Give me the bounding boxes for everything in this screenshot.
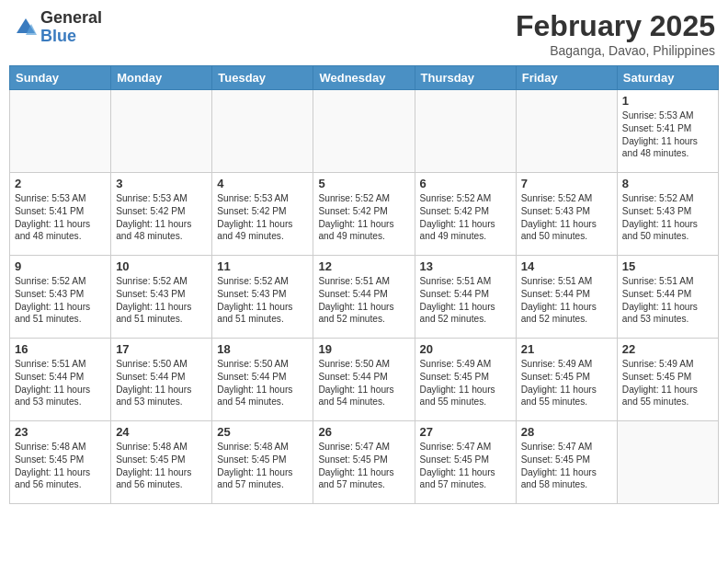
day-info: Sunrise: 5:51 AM Sunset: 5:44 PM Dayligh… — [318, 275, 409, 326]
calendar-cell — [10, 90, 111, 173]
weekday-header-sunday: Sunday — [10, 66, 111, 90]
day-number: 9 — [15, 259, 106, 273]
calendar-cell — [212, 90, 313, 173]
title-section: February 2025 Baganga, Davao, Philippine… — [516, 9, 715, 58]
day-number: 15 — [622, 259, 713, 273]
week-row-1: 1Sunrise: 5:53 AM Sunset: 5:41 PM Daylig… — [10, 90, 719, 173]
day-info: Sunrise: 5:53 AM Sunset: 5:41 PM Dayligh… — [15, 192, 106, 243]
calendar-cell: 2Sunrise: 5:53 AM Sunset: 5:41 PM Daylig… — [10, 173, 111, 256]
calendar-table: SundayMondayTuesdayWednesdayThursdayFrid… — [9, 65, 719, 504]
calendar-cell: 15Sunrise: 5:51 AM Sunset: 5:44 PM Dayli… — [617, 256, 718, 339]
calendar-cell: 8Sunrise: 5:52 AM Sunset: 5:43 PM Daylig… — [617, 173, 718, 256]
calendar-cell: 4Sunrise: 5:53 AM Sunset: 5:42 PM Daylig… — [212, 173, 313, 256]
day-info: Sunrise: 5:52 AM Sunset: 5:43 PM Dayligh… — [622, 192, 713, 243]
calendar-cell — [415, 90, 516, 173]
day-number: 20 — [420, 342, 511, 356]
day-number: 5 — [318, 177, 409, 190]
calendar-cell: 7Sunrise: 5:52 AM Sunset: 5:43 PM Daylig… — [516, 173, 617, 256]
day-number: 11 — [217, 259, 308, 273]
weekday-header-wednesday: Wednesday — [313, 66, 415, 90]
calendar-cell: 26Sunrise: 5:47 AM Sunset: 5:45 PM Dayli… — [313, 421, 415, 504]
calendar-cell: 6Sunrise: 5:52 AM Sunset: 5:42 PM Daylig… — [415, 173, 516, 256]
day-info: Sunrise: 5:52 AM Sunset: 5:43 PM Dayligh… — [116, 275, 207, 326]
day-info: Sunrise: 5:52 AM Sunset: 5:42 PM Dayligh… — [318, 192, 409, 243]
day-info: Sunrise: 5:48 AM Sunset: 5:45 PM Dayligh… — [217, 441, 308, 491]
day-info: Sunrise: 5:49 AM Sunset: 5:45 PM Dayligh… — [420, 358, 511, 408]
weekday-header-row: SundayMondayTuesdayWednesdayThursdayFrid… — [10, 66, 719, 90]
day-number: 10 — [116, 259, 207, 273]
day-number: 28 — [521, 425, 612, 439]
day-number: 13 — [420, 259, 511, 273]
calendar-cell — [617, 421, 718, 504]
logo: General Blue — [13, 9, 102, 46]
day-info: Sunrise: 5:51 AM Sunset: 5:44 PM Dayligh… — [15, 358, 106, 408]
calendar-cell: 24Sunrise: 5:48 AM Sunset: 5:45 PM Dayli… — [111, 421, 212, 504]
day-info: Sunrise: 5:51 AM Sunset: 5:44 PM Dayligh… — [521, 275, 612, 326]
calendar-cell: 18Sunrise: 5:50 AM Sunset: 5:44 PM Dayli… — [212, 339, 313, 421]
month-year: February 2025 — [516, 9, 715, 43]
day-number: 16 — [15, 342, 106, 356]
day-info: Sunrise: 5:50 AM Sunset: 5:44 PM Dayligh… — [116, 358, 207, 408]
day-number: 7 — [521, 177, 612, 190]
calendar-cell: 12Sunrise: 5:51 AM Sunset: 5:44 PM Dayli… — [313, 256, 415, 339]
day-info: Sunrise: 5:47 AM Sunset: 5:45 PM Dayligh… — [318, 441, 409, 491]
calendar-cell: 5Sunrise: 5:52 AM Sunset: 5:42 PM Daylig… — [313, 173, 415, 256]
calendar-cell: 22Sunrise: 5:49 AM Sunset: 5:45 PM Dayli… — [617, 339, 718, 421]
week-row-3: 9Sunrise: 5:52 AM Sunset: 5:43 PM Daylig… — [10, 256, 719, 339]
day-number: 4 — [217, 177, 308, 190]
day-number: 19 — [318, 342, 409, 356]
calendar-cell: 16Sunrise: 5:51 AM Sunset: 5:44 PM Dayli… — [10, 339, 111, 421]
calendar-cell: 21Sunrise: 5:49 AM Sunset: 5:45 PM Dayli… — [516, 339, 617, 421]
day-info: Sunrise: 5:48 AM Sunset: 5:45 PM Dayligh… — [116, 441, 207, 491]
day-number: 27 — [420, 425, 511, 439]
day-info: Sunrise: 5:50 AM Sunset: 5:44 PM Dayligh… — [217, 358, 308, 408]
calendar-cell: 28Sunrise: 5:47 AM Sunset: 5:45 PM Dayli… — [516, 421, 617, 504]
day-number: 25 — [217, 425, 308, 439]
day-info: Sunrise: 5:47 AM Sunset: 5:45 PM Dayligh… — [521, 441, 612, 491]
week-row-2: 2Sunrise: 5:53 AM Sunset: 5:41 PM Daylig… — [10, 173, 719, 256]
logo-icon — [13, 15, 39, 40]
day-info: Sunrise: 5:49 AM Sunset: 5:45 PM Dayligh… — [521, 358, 612, 408]
day-number: 26 — [318, 425, 409, 439]
day-info: Sunrise: 5:48 AM Sunset: 5:45 PM Dayligh… — [15, 441, 106, 491]
day-info: Sunrise: 5:50 AM Sunset: 5:44 PM Dayligh… — [318, 358, 409, 408]
weekday-header-friday: Friday — [516, 66, 617, 90]
day-info: Sunrise: 5:47 AM Sunset: 5:45 PM Dayligh… — [420, 441, 511, 491]
week-row-4: 16Sunrise: 5:51 AM Sunset: 5:44 PM Dayli… — [10, 339, 719, 421]
logo-blue: Blue — [40, 27, 76, 45]
calendar-cell: 17Sunrise: 5:50 AM Sunset: 5:44 PM Dayli… — [111, 339, 212, 421]
day-info: Sunrise: 5:52 AM Sunset: 5:42 PM Dayligh… — [420, 192, 511, 243]
day-info: Sunrise: 5:53 AM Sunset: 5:42 PM Dayligh… — [217, 192, 308, 243]
calendar-cell: 1Sunrise: 5:53 AM Sunset: 5:41 PM Daylig… — [617, 90, 718, 173]
page-header: General Blue February 2025 Baganga, Dava… — [9, 9, 719, 58]
calendar-cell — [516, 90, 617, 173]
day-info: Sunrise: 5:52 AM Sunset: 5:43 PM Dayligh… — [217, 275, 308, 326]
logo-general: General — [40, 8, 102, 27]
location: Baganga, Davao, Philippines — [516, 43, 715, 58]
calendar-cell: 23Sunrise: 5:48 AM Sunset: 5:45 PM Dayli… — [10, 421, 111, 504]
calendar-cell: 13Sunrise: 5:51 AM Sunset: 5:44 PM Dayli… — [415, 256, 516, 339]
weekday-header-saturday: Saturday — [617, 66, 718, 90]
day-number: 6 — [420, 177, 511, 190]
week-row-5: 23Sunrise: 5:48 AM Sunset: 5:45 PM Dayli… — [10, 421, 719, 504]
day-info: Sunrise: 5:51 AM Sunset: 5:44 PM Dayligh… — [420, 275, 511, 326]
day-number: 8 — [622, 177, 713, 190]
day-info: Sunrise: 5:53 AM Sunset: 5:42 PM Dayligh… — [116, 192, 207, 243]
day-number: 17 — [116, 342, 207, 356]
day-number: 14 — [521, 259, 612, 273]
calendar-cell: 3Sunrise: 5:53 AM Sunset: 5:42 PM Daylig… — [111, 173, 212, 256]
weekday-header-monday: Monday — [111, 66, 212, 90]
weekday-header-thursday: Thursday — [415, 66, 516, 90]
day-number: 24 — [116, 425, 207, 439]
day-number: 12 — [318, 259, 409, 273]
day-number: 3 — [116, 177, 207, 190]
day-number: 18 — [217, 342, 308, 356]
day-info: Sunrise: 5:49 AM Sunset: 5:45 PM Dayligh… — [622, 358, 713, 408]
calendar-cell: 27Sunrise: 5:47 AM Sunset: 5:45 PM Dayli… — [415, 421, 516, 504]
weekday-header-tuesday: Tuesday — [212, 66, 313, 90]
day-number: 2 — [15, 177, 106, 190]
day-number: 1 — [622, 94, 713, 108]
calendar-cell: 10Sunrise: 5:52 AM Sunset: 5:43 PM Dayli… — [111, 256, 212, 339]
day-info: Sunrise: 5:52 AM Sunset: 5:43 PM Dayligh… — [521, 192, 612, 243]
day-number: 23 — [15, 425, 106, 439]
